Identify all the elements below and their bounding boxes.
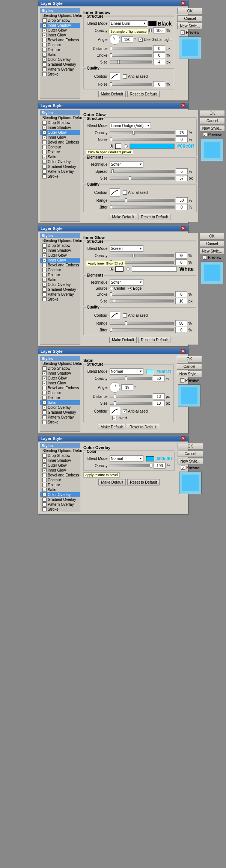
checkbox-texture-2[interactable] [42, 150, 47, 154]
style-item-pattern-overlay-4[interactable]: Pattern Overlay [40, 415, 80, 420]
checkbox-bevel-4[interactable] [42, 386, 47, 390]
opacity-input-3[interactable] [175, 253, 187, 259]
checkbox-satin-2[interactable] [42, 155, 47, 159]
checkbox-inner-shadow-2[interactable] [42, 126, 47, 130]
checkbox-outer-glow-4[interactable] [42, 376, 47, 380]
style-item-satin-4[interactable]: Satin [40, 400, 80, 405]
checkbox-inner-shadow-3[interactable] [42, 248, 47, 253]
choke-slider-3[interactable] [110, 293, 174, 296]
opacity-slider-2[interactable] [110, 131, 175, 134]
checkbox-pattern-overlay-4[interactable] [42, 415, 47, 419]
style-item-stroke-2[interactable]: Stroke [40, 174, 80, 179]
style-item-satin-5[interactable]: Satin [40, 487, 80, 492]
checkbox-color-overlay[interactable] [42, 57, 47, 62]
style-item-drop-shadow-2[interactable]: Drop Shadow [40, 120, 80, 125]
global-light-checkbox[interactable] [139, 38, 143, 42]
angle-input-4[interactable] [121, 384, 133, 390]
style-item-contour-4[interactable]: Contour [40, 390, 80, 395]
style-item-drop-shadow-5[interactable]: Drop Shadow [40, 453, 80, 458]
checkbox-satin-3[interactable] [42, 278, 47, 282]
style-item-blending-3[interactable]: Blending Options: Default [40, 238, 80, 243]
checkbox-gradient-overlay-5[interactable] [42, 498, 47, 502]
checkbox-pattern-overlay-3[interactable] [42, 292, 47, 296]
style-item-texture-5[interactable]: Texture [40, 482, 80, 487]
anti-aliased-checkbox-2[interactable] [123, 191, 127, 195]
checkbox-inner-glow-5[interactable] [42, 468, 47, 472]
new-style-button-3[interactable]: New Style... [199, 248, 224, 254]
checkbox-texture-5[interactable] [42, 483, 47, 487]
spread-input[interactable] [176, 168, 188, 174]
style-item-contour-3[interactable]: Contour [40, 268, 80, 272]
range-input[interactable] [176, 197, 188, 203]
style-item-satin-2[interactable]: Satin [40, 154, 80, 159]
anti-aliased-checkbox[interactable] [123, 74, 127, 79]
jitter-slider-3[interactable] [110, 328, 174, 331]
opacity-input-4[interactable] [153, 375, 165, 381]
cancel-button-5[interactable]: Cancel [178, 451, 203, 457]
new-style-button-4[interactable]: New Style... [177, 371, 202, 377]
checkbox-bevel-2[interactable] [42, 140, 47, 144]
size-slider-3[interactable] [110, 299, 174, 302]
style-item-inner-shadow-3[interactable]: Inner Shadow [40, 248, 80, 253]
contour-selector[interactable] [110, 72, 120, 80]
noise-slider[interactable] [110, 83, 152, 86]
reset-default-button-1[interactable]: Reset to Default [127, 91, 160, 97]
range-input-3[interactable] [175, 320, 187, 326]
ok-button-4[interactable]: OK [177, 356, 202, 362]
checkbox-pattern-overlay-5[interactable] [42, 502, 47, 507]
style-item-inner-shadow[interactable]: Inner Shadow [40, 23, 80, 28]
checkbox-stroke-3[interactable] [42, 297, 47, 301]
ok-button-5[interactable]: OK [178, 443, 203, 449]
style-item-outer-glow[interactable]: Outer Glow [40, 28, 80, 33]
checkbox-contour-2[interactable] [42, 145, 47, 149]
reset-default-button-4[interactable]: Reset to Default [127, 424, 159, 430]
checkbox-inner-glow-2[interactable] [42, 135, 47, 139]
style-item-inner-shadow-5[interactable]: Inner Shadow [40, 458, 80, 463]
jitter-slider[interactable] [110, 206, 175, 209]
style-item-inner-glow-2[interactable]: Inner Glow [40, 135, 80, 140]
size-slider-2[interactable] [110, 177, 175, 180]
noise-input-2[interactable] [176, 136, 188, 142]
ok-button-3[interactable]: OK [199, 233, 224, 239]
gradient-bar-inner[interactable] [132, 266, 177, 272]
center-radio-item[interactable]: Center [110, 286, 125, 290]
style-item-bevel-3[interactable]: Bevel and Emboss [40, 263, 80, 268]
choke-input[interactable] [153, 52, 165, 58]
style-item-pattern-overlay-2[interactable]: Pattern Overlay [40, 169, 80, 174]
noise-input-3[interactable] [175, 259, 187, 265]
cancel-button-3[interactable]: Cancel [199, 240, 224, 247]
checkbox-bevel[interactable] [42, 38, 47, 42]
checkbox-inner-glow-3[interactable] [42, 258, 47, 262]
blend-mode-select-5[interactable]: Normal ▼ [110, 455, 143, 462]
color-swatch-outer[interactable] [115, 144, 121, 149]
preview-checkbox-5[interactable] [181, 466, 185, 470]
style-item-stroke-4[interactable]: Stroke [40, 420, 80, 425]
size-input-4[interactable] [153, 400, 165, 406]
checkbox-inner-shadow[interactable] [42, 23, 47, 27]
reset-default-button-3[interactable]: Reset to Default [138, 337, 170, 343]
checkbox-contour-3[interactable] [42, 268, 47, 272]
angle-display[interactable] [110, 34, 120, 45]
checkbox-drop-shadow-3[interactable] [42, 243, 47, 248]
opacity-input[interactable] [153, 27, 165, 33]
checkbox-drop-shadow-4[interactable] [42, 366, 47, 370]
checkbox-drop-shadow-2[interactable] [42, 121, 47, 125]
close-button-1[interactable]: ✕ [181, 1, 185, 6]
style-item-inner-shadow-4[interactable]: Inner Shadow [40, 371, 80, 376]
checkbox-color-overlay-5[interactable] [42, 493, 47, 497]
blend-mode-select-4[interactable]: Normal ▼ [110, 368, 143, 375]
ok-button-1[interactable]: OK [177, 8, 202, 14]
reset-default-button-2[interactable]: Reset to Default [139, 214, 171, 220]
size-input-2[interactable] [176, 175, 188, 181]
noise-input[interactable] [153, 81, 165, 87]
make-default-button-4[interactable]: Make Default [98, 424, 125, 430]
opacity-slider-3[interactable] [110, 254, 174, 257]
checkbox-outer-glow-5[interactable] [42, 463, 47, 467]
gradient-radio-3[interactable] [126, 267, 130, 271]
checkbox-gradient-overlay-2[interactable] [42, 165, 47, 169]
gradient-radio[interactable] [124, 144, 128, 148]
style-item-drop-shadow[interactable]: Drop Shadow [40, 18, 80, 23]
center-radio[interactable] [110, 287, 113, 290]
size-slider-4[interactable] [110, 402, 152, 405]
close-button-3[interactable]: ✕ [181, 226, 185, 231]
